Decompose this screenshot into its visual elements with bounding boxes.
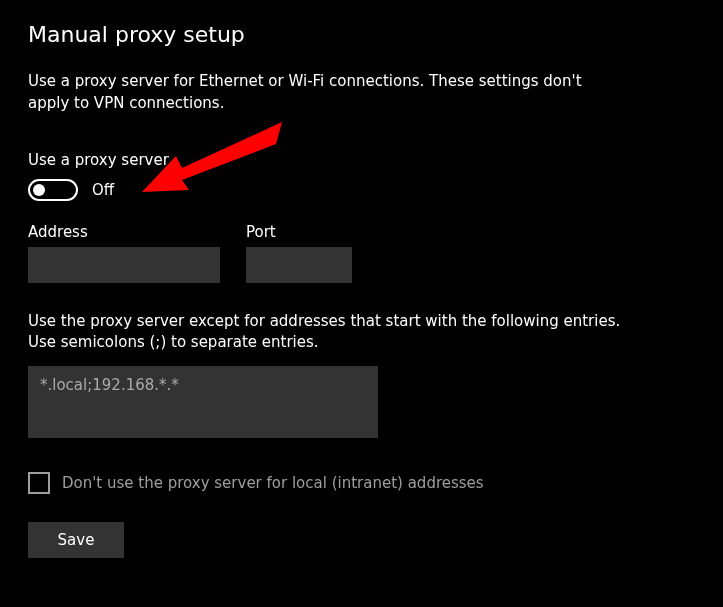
address-label: Address [28, 223, 220, 241]
use-proxy-toggle-state: Off [92, 181, 114, 199]
address-input[interactable] [28, 247, 220, 283]
red-arrow-annotation [134, 122, 294, 222]
use-proxy-toggle-row: Off [28, 179, 695, 201]
address-port-row: Address Port [28, 223, 695, 283]
bypass-local-label: Don't use the proxy server for local (in… [62, 474, 484, 492]
save-button[interactable]: Save [28, 522, 124, 558]
use-proxy-label: Use a proxy server [28, 151, 695, 169]
proxy-description: Use a proxy server for Ethernet or Wi-Fi… [28, 71, 588, 115]
use-proxy-toggle[interactable] [28, 179, 78, 201]
port-label: Port [246, 223, 352, 241]
address-group: Address [28, 223, 220, 283]
exceptions-label: Use the proxy server except for addresse… [28, 311, 628, 355]
port-input[interactable] [246, 247, 352, 283]
page-title: Manual proxy setup [28, 22, 695, 47]
bypass-local-row: Don't use the proxy server for local (in… [28, 472, 695, 494]
exceptions-input[interactable] [28, 366, 378, 438]
toggle-knob [33, 184, 45, 196]
port-group: Port [246, 223, 352, 283]
bypass-local-checkbox[interactable] [28, 472, 50, 494]
